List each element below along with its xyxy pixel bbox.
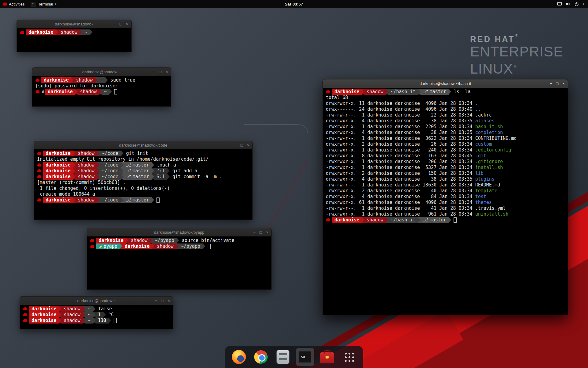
window-titlebar[interactable]: darknoise@shadow:~−□×: [20, 297, 173, 305]
window-titlebar[interactable]: darknoise@shadow:~/bash-it−□×: [323, 79, 568, 88]
powerline-arrow-icon: [152, 174, 154, 179]
maximize-button[interactable]: □: [161, 297, 164, 305]
terminal-line: drwxrwxr-x. 2 darknoise darknoise 26 Jan…: [326, 141, 565, 147]
app-menu-label: Terminal: [38, 2, 53, 6]
prompt-segment-out: -rw-rw-r--. 1 darknoise darknoise 18630 …: [326, 182, 475, 188]
powerline-arrow-icon: [418, 217, 420, 223]
terminal-line: [master (root-commit) 50bcb63] .: [37, 180, 249, 186]
terminal-window[interactable]: darknoise@shadow:~/code−□×darknoiseshado…: [34, 141, 253, 220]
window-titlebar[interactable]: darknoise@shadow:~−□×: [32, 68, 171, 76]
top-bar: Activities >_ Terminal ▾ Sat 03:57 ▾: [0, 0, 588, 8]
powerline-arrow-icon: [152, 243, 154, 249]
prompt-segment-path: ~: [82, 29, 90, 35]
maximize-button[interactable]: □: [260, 228, 262, 236]
prompt-segment-user: darknoise: [43, 151, 73, 156]
registered-mark: ®: [515, 33, 519, 37]
prompt-segment-out: create mode 100644 a: [37, 191, 95, 197]
prompt-segment-exec: bash_it.sh: [475, 124, 503, 130]
close-button[interactable]: ×: [165, 68, 168, 76]
close-button[interactable]: ×: [247, 141, 249, 149]
activities-button[interactable]: Activities: [0, 0, 28, 8]
maximize-button[interactable]: □: [556, 79, 559, 88]
prompt-segment-out: drwxrwxr-x. 4 darknoise darknoise 38 Jan…: [326, 118, 475, 124]
dock-terminal-icon[interactable]: $>: [296, 348, 314, 366]
window-title: darknoise@shadow:~/code: [34, 143, 252, 148]
minimize-button[interactable]: −: [253, 228, 256, 236]
redhat-prompt-icon: [326, 218, 330, 221]
minimize-button[interactable]: −: [113, 20, 116, 28]
terminal-line: Initialized empty Git repository in /hom…: [37, 156, 249, 162]
desktop[interactable]: RED HAT® ENTERPRISE LINUX® Activities >_…: [0, 0, 588, 368]
terminal-line: drwxrwxr-x. 4 darknoise darknoise 38 Jan…: [326, 130, 565, 136]
window-titlebar[interactable]: darknoise@shadow:~−□×: [17, 20, 131, 28]
window-titlebar[interactable]: darknoise@shadow:~/pyapp−□×: [87, 228, 271, 236]
prompt-segment-cmd: git commit -a -m .: [172, 174, 222, 180]
dock-app-grid-icon[interactable]: [340, 348, 358, 366]
minimize-button[interactable]: −: [234, 141, 237, 149]
prompt-segment-file: README.md: [475, 182, 500, 188]
prompt-segment-path: ~/code: [99, 151, 121, 156]
dock-toolbox-icon[interactable]: [318, 348, 336, 366]
prompt-segment-cmd: sudo true: [111, 77, 135, 83]
powerline-arrow-icon: [83, 312, 85, 317]
dock-files-icon[interactable]: [274, 348, 292, 366]
terminal-window[interactable]: darknoise@shadow:~−□×darknoiseshadow~sud…: [32, 67, 171, 107]
clock[interactable]: Sat 03:57: [282, 0, 306, 8]
prompt-segment-path: ~/pyapp: [152, 238, 176, 243]
redhat-prompt-icon: [326, 90, 330, 93]
prompt-segment-user: darknoise: [41, 77, 71, 83]
maximize-button[interactable]: □: [120, 20, 122, 28]
terminal-line: pyappdarknoiseshadow~/pyapp: [90, 243, 268, 249]
terminal-window[interactable]: darknoise@shadow:~/bash-it−□×darknoisesh…: [322, 79, 568, 315]
window-controls: −□×: [113, 20, 131, 28]
close-button[interactable]: ×: [168, 297, 170, 305]
terminal-line: darknoiseshadow~false: [23, 306, 170, 312]
minimize-button[interactable]: −: [155, 297, 157, 305]
terminal-window[interactable]: darknoise@shadow:~−□×darknoiseshadow~: [17, 20, 132, 52]
close-button[interactable]: ×: [266, 228, 268, 236]
maximize-button[interactable]: □: [241, 141, 243, 149]
dock-firefox-icon[interactable]: [230, 348, 248, 366]
terminal-content[interactable]: darknoiseshadow~/codegit initInitialized…: [34, 149, 252, 220]
system-status-area[interactable]: ▾: [553, 0, 588, 8]
window-titlebar[interactable]: darknoise@shadow:~/code−□×: [34, 141, 252, 149]
terminal-cursor: [114, 318, 117, 323]
terminal-line: darknoiseshadow~/bash-itmaster: [326, 217, 565, 223]
prompt-segment-exec: uninstall.sh: [475, 211, 508, 217]
terminal-content[interactable]: darknoiseshadow~: [17, 28, 131, 52]
powerline-arrow-icon: [73, 168, 75, 174]
close-button[interactable]: ×: [126, 20, 128, 28]
close-button[interactable]: ×: [562, 79, 565, 88]
prompt-segment-gitstat: ?:1: [154, 168, 167, 174]
terminal-content[interactable]: darknoiseshadow~falsedarknoiseshadow~1^C…: [20, 305, 173, 329]
prompt-segment-exec: .editorconfig: [475, 147, 511, 153]
window-title: darknoise@shadow:~: [32, 70, 171, 74]
prompt-segment-gitstat: S:1: [154, 174, 167, 180]
prompt-segment-host: shadow: [77, 89, 99, 95]
prompt-segment-user: darknoise: [96, 238, 126, 243]
terminal-content[interactable]: darknoiseshadow~sudo true[sudo] password…: [32, 76, 171, 106]
brand-line-1: RED HAT: [470, 35, 515, 44]
powerline-arrow-icon: [167, 168, 170, 174]
terminal-line: 1 file changed, 0 insertions(+), 0 delet…: [37, 186, 249, 191]
prompt-segment-git: master: [123, 174, 152, 180]
prompt-segment-git: master: [420, 217, 449, 223]
prompt-segment-host: shadow: [154, 243, 176, 249]
powerline-arrow-icon: [73, 174, 75, 179]
prompt-segment-out: -rwxrwxr-x. 1 darknoise darknoise 5327 J…: [326, 165, 475, 171]
maximize-button[interactable]: □: [159, 68, 162, 76]
terminal-window[interactable]: darknoise@shadow:~/pyapp−□×darknoiseshad…: [87, 228, 272, 290]
terminal-content[interactable]: darknoiseshadow~/bash-itmasterls -latota…: [323, 88, 568, 315]
app-menu-terminal[interactable]: >_ Terminal ▾: [28, 0, 59, 8]
prompt-segment-dir: plugins: [475, 176, 495, 182]
chevron-down-icon: ▾: [55, 2, 56, 6]
minimize-button[interactable]: −: [550, 79, 552, 88]
redhat-prompt-icon: [37, 163, 41, 167]
minimize-button[interactable]: −: [153, 68, 155, 76]
terminal-line: darknoiseshadow~/bash-itmasterls -la: [326, 89, 565, 95]
terminal-window[interactable]: darknoise@shadow:~−□×darknoiseshadow~fal…: [20, 296, 173, 329]
dock-chrome-icon[interactable]: [252, 348, 270, 366]
terminal-line: drwxrwxr-x. 4 darknoise darknoise 84 Jan…: [326, 194, 565, 200]
terminal-content[interactable]: darknoiseshadow~/pyappsource bin/activat…: [87, 236, 271, 289]
prompt-segment-exit: 130: [96, 318, 109, 324]
